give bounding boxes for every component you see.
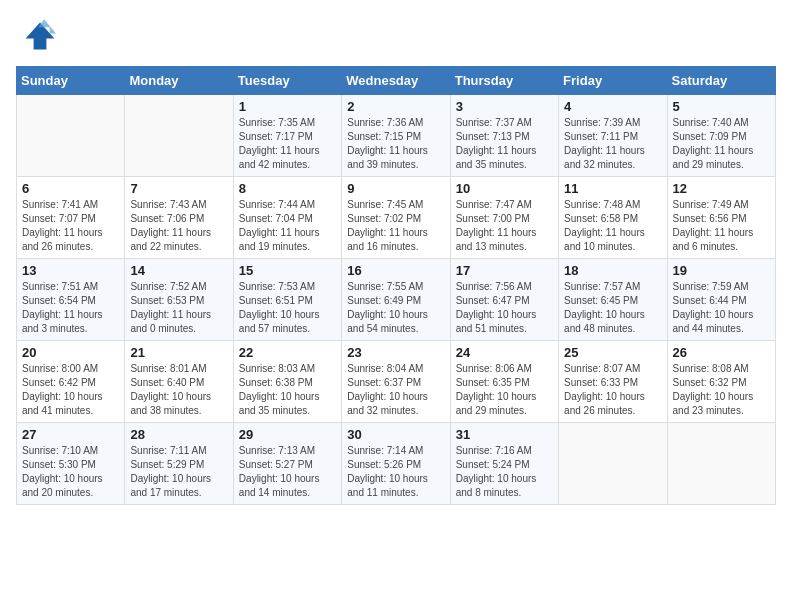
calendar-cell: 7Sunrise: 7:43 AM Sunset: 7:06 PM Daylig… — [125, 177, 233, 259]
calendar-cell: 24Sunrise: 8:06 AM Sunset: 6:35 PM Dayli… — [450, 341, 558, 423]
calendar-cell: 17Sunrise: 7:56 AM Sunset: 6:47 PM Dayli… — [450, 259, 558, 341]
day-number: 18 — [564, 263, 661, 278]
calendar-cell: 21Sunrise: 8:01 AM Sunset: 6:40 PM Dayli… — [125, 341, 233, 423]
calendar-cell — [667, 423, 775, 505]
calendar-cell: 28Sunrise: 7:11 AM Sunset: 5:29 PM Dayli… — [125, 423, 233, 505]
calendar-cell — [17, 95, 125, 177]
calendar-cell: 12Sunrise: 7:49 AM Sunset: 6:56 PM Dayli… — [667, 177, 775, 259]
calendar-cell: 26Sunrise: 8:08 AM Sunset: 6:32 PM Dayli… — [667, 341, 775, 423]
day-detail: Sunrise: 7:43 AM Sunset: 7:06 PM Dayligh… — [130, 198, 227, 254]
day-detail: Sunrise: 7:53 AM Sunset: 6:51 PM Dayligh… — [239, 280, 336, 336]
day-detail: Sunrise: 7:56 AM Sunset: 6:47 PM Dayligh… — [456, 280, 553, 336]
day-number: 7 — [130, 181, 227, 196]
calendar-cell: 29Sunrise: 7:13 AM Sunset: 5:27 PM Dayli… — [233, 423, 341, 505]
calendar-cell: 22Sunrise: 8:03 AM Sunset: 6:38 PM Dayli… — [233, 341, 341, 423]
day-detail: Sunrise: 7:40 AM Sunset: 7:09 PM Dayligh… — [673, 116, 770, 172]
day-number: 10 — [456, 181, 553, 196]
day-number: 1 — [239, 99, 336, 114]
calendar-cell: 10Sunrise: 7:47 AM Sunset: 7:00 PM Dayli… — [450, 177, 558, 259]
day-detail: Sunrise: 7:52 AM Sunset: 6:53 PM Dayligh… — [130, 280, 227, 336]
day-number: 21 — [130, 345, 227, 360]
day-detail: Sunrise: 8:00 AM Sunset: 6:42 PM Dayligh… — [22, 362, 119, 418]
day-number: 11 — [564, 181, 661, 196]
day-number: 6 — [22, 181, 119, 196]
day-number: 8 — [239, 181, 336, 196]
day-number: 17 — [456, 263, 553, 278]
day-number: 30 — [347, 427, 444, 442]
calendar-cell: 6Sunrise: 7:41 AM Sunset: 7:07 PM Daylig… — [17, 177, 125, 259]
day-detail: Sunrise: 7:14 AM Sunset: 5:26 PM Dayligh… — [347, 444, 444, 500]
day-number: 14 — [130, 263, 227, 278]
calendar-cell: 19Sunrise: 7:59 AM Sunset: 6:44 PM Dayli… — [667, 259, 775, 341]
day-number: 9 — [347, 181, 444, 196]
calendar-cell: 23Sunrise: 8:04 AM Sunset: 6:37 PM Dayli… — [342, 341, 450, 423]
day-detail: Sunrise: 7:35 AM Sunset: 7:17 PM Dayligh… — [239, 116, 336, 172]
calendar-week-4: 20Sunrise: 8:00 AM Sunset: 6:42 PM Dayli… — [17, 341, 776, 423]
calendar-cell: 3Sunrise: 7:37 AM Sunset: 7:13 PM Daylig… — [450, 95, 558, 177]
day-number: 20 — [22, 345, 119, 360]
calendar-cell — [559, 423, 667, 505]
day-number: 26 — [673, 345, 770, 360]
calendar-cell: 8Sunrise: 7:44 AM Sunset: 7:04 PM Daylig… — [233, 177, 341, 259]
day-number: 23 — [347, 345, 444, 360]
day-detail: Sunrise: 8:07 AM Sunset: 6:33 PM Dayligh… — [564, 362, 661, 418]
calendar-week-2: 6Sunrise: 7:41 AM Sunset: 7:07 PM Daylig… — [17, 177, 776, 259]
logo-icon — [16, 16, 56, 56]
day-detail: Sunrise: 7:41 AM Sunset: 7:07 PM Dayligh… — [22, 198, 119, 254]
calendar-cell: 2Sunrise: 7:36 AM Sunset: 7:15 PM Daylig… — [342, 95, 450, 177]
day-detail: Sunrise: 7:37 AM Sunset: 7:13 PM Dayligh… — [456, 116, 553, 172]
day-detail: Sunrise: 7:57 AM Sunset: 6:45 PM Dayligh… — [564, 280, 661, 336]
day-header-thursday: Thursday — [450, 67, 558, 95]
calendar-cell: 20Sunrise: 8:00 AM Sunset: 6:42 PM Dayli… — [17, 341, 125, 423]
day-detail: Sunrise: 7:39 AM Sunset: 7:11 PM Dayligh… — [564, 116, 661, 172]
day-number: 22 — [239, 345, 336, 360]
day-detail: Sunrise: 7:44 AM Sunset: 7:04 PM Dayligh… — [239, 198, 336, 254]
day-detail: Sunrise: 7:59 AM Sunset: 6:44 PM Dayligh… — [673, 280, 770, 336]
day-number: 13 — [22, 263, 119, 278]
calendar-cell: 1Sunrise: 7:35 AM Sunset: 7:17 PM Daylig… — [233, 95, 341, 177]
calendar-week-1: 1Sunrise: 7:35 AM Sunset: 7:17 PM Daylig… — [17, 95, 776, 177]
day-number: 4 — [564, 99, 661, 114]
day-detail: Sunrise: 7:48 AM Sunset: 6:58 PM Dayligh… — [564, 198, 661, 254]
day-number: 19 — [673, 263, 770, 278]
day-header-tuesday: Tuesday — [233, 67, 341, 95]
day-detail: Sunrise: 7:10 AM Sunset: 5:30 PM Dayligh… — [22, 444, 119, 500]
page-header — [16, 16, 776, 56]
day-number: 31 — [456, 427, 553, 442]
day-number: 16 — [347, 263, 444, 278]
day-detail: Sunrise: 7:11 AM Sunset: 5:29 PM Dayligh… — [130, 444, 227, 500]
calendar-cell: 13Sunrise: 7:51 AM Sunset: 6:54 PM Dayli… — [17, 259, 125, 341]
day-number: 29 — [239, 427, 336, 442]
calendar-cell: 14Sunrise: 7:52 AM Sunset: 6:53 PM Dayli… — [125, 259, 233, 341]
day-detail: Sunrise: 7:47 AM Sunset: 7:00 PM Dayligh… — [456, 198, 553, 254]
calendar-cell: 5Sunrise: 7:40 AM Sunset: 7:09 PM Daylig… — [667, 95, 775, 177]
day-number: 15 — [239, 263, 336, 278]
calendar-cell: 4Sunrise: 7:39 AM Sunset: 7:11 PM Daylig… — [559, 95, 667, 177]
calendar-cell: 30Sunrise: 7:14 AM Sunset: 5:26 PM Dayli… — [342, 423, 450, 505]
day-detail: Sunrise: 8:08 AM Sunset: 6:32 PM Dayligh… — [673, 362, 770, 418]
day-detail: Sunrise: 7:49 AM Sunset: 6:56 PM Dayligh… — [673, 198, 770, 254]
calendar-cell: 16Sunrise: 7:55 AM Sunset: 6:49 PM Dayli… — [342, 259, 450, 341]
day-detail: Sunrise: 8:01 AM Sunset: 6:40 PM Dayligh… — [130, 362, 227, 418]
day-detail: Sunrise: 8:03 AM Sunset: 6:38 PM Dayligh… — [239, 362, 336, 418]
day-number: 12 — [673, 181, 770, 196]
day-number: 5 — [673, 99, 770, 114]
day-number: 27 — [22, 427, 119, 442]
calendar-cell: 31Sunrise: 7:16 AM Sunset: 5:24 PM Dayli… — [450, 423, 558, 505]
day-number: 24 — [456, 345, 553, 360]
calendar-cell: 15Sunrise: 7:53 AM Sunset: 6:51 PM Dayli… — [233, 259, 341, 341]
day-detail: Sunrise: 7:13 AM Sunset: 5:27 PM Dayligh… — [239, 444, 336, 500]
day-number: 3 — [456, 99, 553, 114]
day-detail: Sunrise: 7:51 AM Sunset: 6:54 PM Dayligh… — [22, 280, 119, 336]
calendar-cell: 25Sunrise: 8:07 AM Sunset: 6:33 PM Dayli… — [559, 341, 667, 423]
day-header-friday: Friday — [559, 67, 667, 95]
calendar-week-5: 27Sunrise: 7:10 AM Sunset: 5:30 PM Dayli… — [17, 423, 776, 505]
logo — [16, 16, 60, 56]
day-header-sunday: Sunday — [17, 67, 125, 95]
days-header-row: SundayMondayTuesdayWednesdayThursdayFrid… — [17, 67, 776, 95]
calendar-cell: 9Sunrise: 7:45 AM Sunset: 7:02 PM Daylig… — [342, 177, 450, 259]
calendar-cell: 27Sunrise: 7:10 AM Sunset: 5:30 PM Dayli… — [17, 423, 125, 505]
calendar-cell: 18Sunrise: 7:57 AM Sunset: 6:45 PM Dayli… — [559, 259, 667, 341]
calendar-cell: 11Sunrise: 7:48 AM Sunset: 6:58 PM Dayli… — [559, 177, 667, 259]
calendar-week-3: 13Sunrise: 7:51 AM Sunset: 6:54 PM Dayli… — [17, 259, 776, 341]
